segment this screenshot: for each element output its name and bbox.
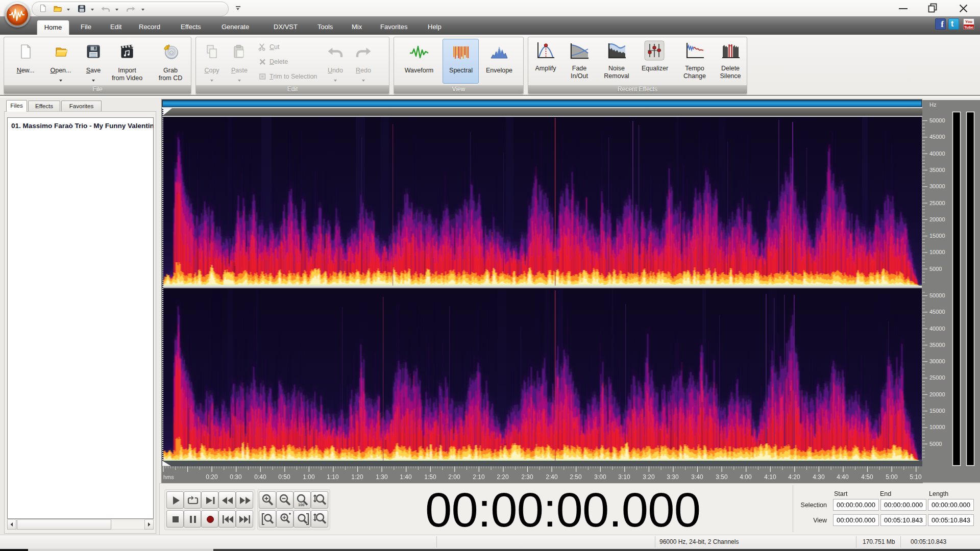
svg-text:3:40: 3:40 [691, 473, 703, 481]
svg-text:2:00: 2:00 [448, 473, 460, 481]
svg-text:4:50: 4:50 [861, 473, 873, 481]
svg-text:15000: 15000 [929, 408, 945, 414]
svg-text:1:00: 1:00 [303, 473, 315, 481]
svg-text:0:40: 0:40 [254, 473, 266, 481]
svg-text:hms: hms [163, 474, 174, 480]
svg-text:0:20: 0:20 [206, 473, 218, 481]
svg-text:1:40: 1:40 [400, 473, 412, 481]
svg-text:100: 100 [298, 503, 305, 507]
svg-text:35000: 35000 [929, 167, 945, 173]
svg-text:2:10: 2:10 [473, 473, 485, 481]
svg-text:3:20: 3:20 [643, 473, 655, 481]
svg-text:1:10: 1:10 [327, 473, 339, 481]
svg-text:4:40: 4:40 [837, 473, 849, 481]
svg-text:45000: 45000 [929, 134, 945, 140]
svg-text:2:30: 2:30 [521, 473, 533, 481]
svg-text:2:40: 2:40 [546, 473, 558, 481]
svg-text:10000: 10000 [929, 249, 945, 255]
svg-text:1:30: 1:30 [376, 473, 388, 481]
svg-text:50000: 50000 [929, 292, 945, 298]
svg-text:50000: 50000 [929, 117, 945, 123]
svg-text:0:50: 0:50 [278, 473, 290, 481]
svg-text:45000: 45000 [929, 309, 945, 315]
svg-text:5000: 5000 [929, 266, 942, 272]
svg-text:10000: 10000 [929, 424, 945, 430]
svg-text:3:30: 3:30 [667, 473, 679, 481]
svg-text:15000: 15000 [929, 233, 945, 239]
svg-text:0:30: 0:30 [230, 473, 242, 481]
svg-text:1:50: 1:50 [424, 473, 436, 481]
svg-text:2:50: 2:50 [570, 473, 582, 481]
svg-text:30000: 30000 [929, 358, 945, 364]
svg-text:35000: 35000 [929, 342, 945, 348]
svg-text:4:20: 4:20 [788, 473, 800, 481]
svg-text:30000: 30000 [929, 183, 945, 189]
svg-text:4:00: 4:00 [740, 473, 752, 481]
svg-text:25000: 25000 [929, 374, 945, 381]
svg-text:3:00: 3:00 [594, 473, 606, 481]
svg-text:1:20: 1:20 [351, 473, 363, 481]
svg-text:5000: 5000 [929, 441, 942, 447]
svg-text:5:00: 5:00 [886, 473, 898, 481]
svg-text:2:20: 2:20 [497, 473, 509, 481]
svg-text:3:50: 3:50 [716, 473, 728, 481]
svg-text:25000: 25000 [929, 200, 945, 206]
svg-text:20000: 20000 [929, 216, 945, 222]
svg-text:3:10: 3:10 [618, 473, 630, 481]
svg-text:40000: 40000 [929, 325, 945, 332]
svg-text:4:30: 4:30 [813, 473, 825, 481]
svg-text:5:10: 5:10 [910, 473, 922, 481]
svg-text:4:10: 4:10 [764, 473, 776, 481]
svg-text:Hz: Hz [929, 102, 936, 108]
svg-text:20000: 20000 [929, 391, 945, 397]
svg-text:40000: 40000 [929, 151, 945, 157]
